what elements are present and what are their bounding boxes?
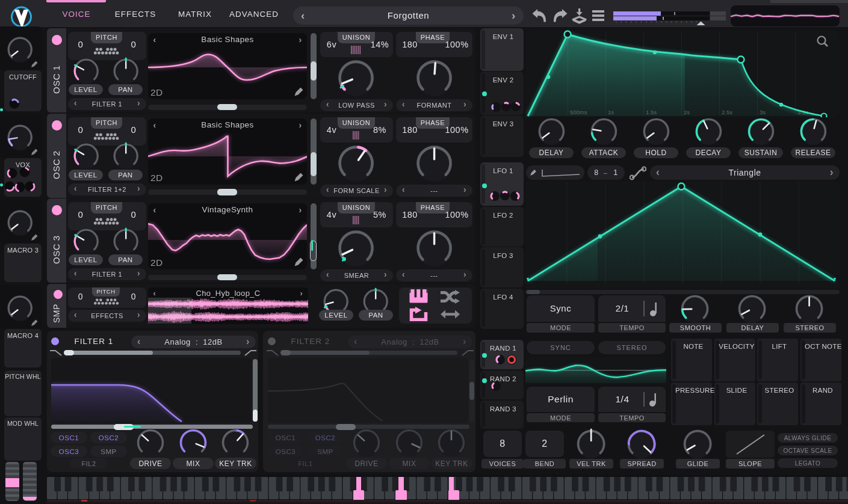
svg-text:2s: 2s	[684, 109, 690, 115]
svg-text:500ms: 500ms	[570, 109, 587, 115]
